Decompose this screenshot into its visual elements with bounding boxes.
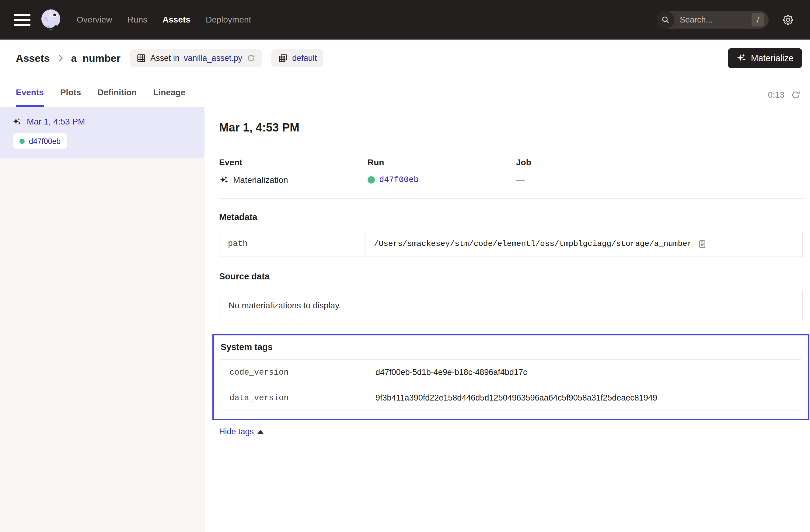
breadcrumb-current-asset: a_number <box>71 52 121 64</box>
nav-right: Search... / <box>657 11 794 29</box>
job-empty-value: — <box>516 175 524 185</box>
copy-path-icon[interactable] <box>697 239 707 249</box>
event-list-item-selected[interactable]: Mar 1, 4:53 PM d47f00eb <box>0 107 204 158</box>
nav-item-overview[interactable]: Overview <box>77 15 112 25</box>
metadata-key: path <box>220 231 366 257</box>
nav-item-deployment[interactable]: Deployment <box>206 15 251 25</box>
tab-events[interactable]: Events <box>16 88 44 107</box>
search-shortcut-key: / <box>751 13 764 27</box>
tab-lineage[interactable]: Lineage <box>153 88 185 107</box>
caret-up-icon <box>257 430 263 434</box>
top-nav: Overview Runs Assets Deployment Search..… <box>0 0 810 39</box>
materialization-sparkle-icon <box>12 117 22 127</box>
path-value-link[interactable]: /Users/smackesey/stm/code/elementl/oss/t… <box>374 239 692 248</box>
primary-nav: Overview Runs Assets Deployment <box>77 15 251 25</box>
dagster-app: Overview Runs Assets Deployment Search..… <box>0 0 810 532</box>
tag-key: code_version <box>221 360 367 385</box>
materialization-sparkle-icon <box>219 175 229 185</box>
search-input[interactable]: Search... / <box>657 11 768 29</box>
page-header: Assets a_number Asset in vanilla_asset.p… <box>0 39 810 77</box>
event-summary-row: Event Materialization Run <box>219 158 803 185</box>
asset-in-label: Asset in <box>150 53 179 63</box>
run-success-dot <box>368 176 375 183</box>
event-detail-panel: Mar 1, 4:53 PM Event Materialization <box>205 107 810 532</box>
run-column-header: Run <box>368 158 516 167</box>
dagster-logo-icon[interactable] <box>38 7 63 32</box>
system-tags-section-highlighted: System tags code_version d47f00eb-5d1b-4… <box>212 334 809 420</box>
chevron-right-icon <box>56 53 65 63</box>
workspace-grid-icon <box>278 53 288 63</box>
event-type-value: Materialization <box>233 175 288 185</box>
system-tags-heading: System tags <box>221 342 801 352</box>
run-success-dot <box>19 139 25 144</box>
event-column-header: Event <box>219 158 368 167</box>
tab-definition[interactable]: Definition <box>97 88 136 107</box>
search-placeholder: Search... <box>680 15 751 25</box>
events-sidebar: Mar 1, 4:53 PM d47f00eb <box>0 107 205 532</box>
metadata-action-cell <box>785 231 803 257</box>
system-tag-row-data-version: data_version 9f3b411a390fd22e158d446d5d1… <box>221 385 801 411</box>
reload-definition-icon[interactable] <box>246 53 256 63</box>
asset-definition-badge: Asset in vanilla_asset.py <box>130 49 262 67</box>
tab-plots[interactable]: Plots <box>60 88 81 107</box>
tab-bar: Events Plots Definition Lineage 0:13 <box>0 77 810 107</box>
metadata-table: path /Users/smackesey/stm/code/elementl/… <box>219 231 803 257</box>
search-icon <box>657 11 674 29</box>
job-column-header: Job <box>516 158 531 167</box>
refresh-countdown: 0:13 <box>768 90 785 100</box>
breadcrumb-assets-link[interactable]: Assets <box>16 52 50 64</box>
hide-tags-label: Hide tags <box>219 427 254 436</box>
metadata-heading: Metadata <box>219 212 803 222</box>
nav-item-assets[interactable]: Assets <box>162 15 191 25</box>
tag-value: 9f3b411a390fd22e158d446d5d12504963596aa6… <box>367 385 801 411</box>
code-location-badge: default <box>272 49 323 67</box>
run-id-label: d47f00eb <box>29 137 61 146</box>
metadata-row-path: path /Users/smackesey/stm/code/elementl/… <box>220 231 803 257</box>
sparkle-icon <box>736 53 747 63</box>
nav-item-runs[interactable]: Runs <box>128 15 147 25</box>
system-tags-table: code_version d47f00eb-5d1b-4e9e-b18c-489… <box>221 359 801 411</box>
event-timestamp: Mar 1, 4:53 PM <box>27 117 85 127</box>
materialize-button[interactable]: Materialize <box>728 48 802 68</box>
source-data-heading: Source data <box>219 272 803 281</box>
run-id-link[interactable]: d47f00eb <box>379 175 419 184</box>
tag-key: data_version <box>221 385 367 411</box>
hide-tags-link[interactable]: Hide tags <box>219 427 263 436</box>
event-detail-title: Mar 1, 4:53 PM <box>219 121 803 134</box>
content-area: Mar 1, 4:53 PM d47f00eb Mar 1, 4:53 PM E… <box>0 107 810 532</box>
table-grid-icon <box>136 53 146 63</box>
hamburger-menu-icon[interactable] <box>14 14 30 26</box>
tag-value: d47f00eb-5d1b-4e9e-b18c-4896af4bd17c <box>367 360 801 385</box>
run-id-pill[interactable]: d47f00eb <box>13 133 67 149</box>
materialize-label: Materialize <box>751 53 794 63</box>
settings-gear-icon[interactable] <box>782 14 794 26</box>
code-location-link[interactable]: default <box>292 53 317 63</box>
refresh-icon[interactable] <box>791 90 801 100</box>
asset-file-link[interactable]: vanilla_asset.py <box>184 53 242 63</box>
breadcrumb: Assets a_number Asset in vanilla_asset.p… <box>16 49 323 67</box>
source-data-empty-message: No materializations to display. <box>219 290 803 321</box>
system-tag-row-code-version: code_version d47f00eb-5d1b-4e9e-b18c-489… <box>221 360 801 385</box>
